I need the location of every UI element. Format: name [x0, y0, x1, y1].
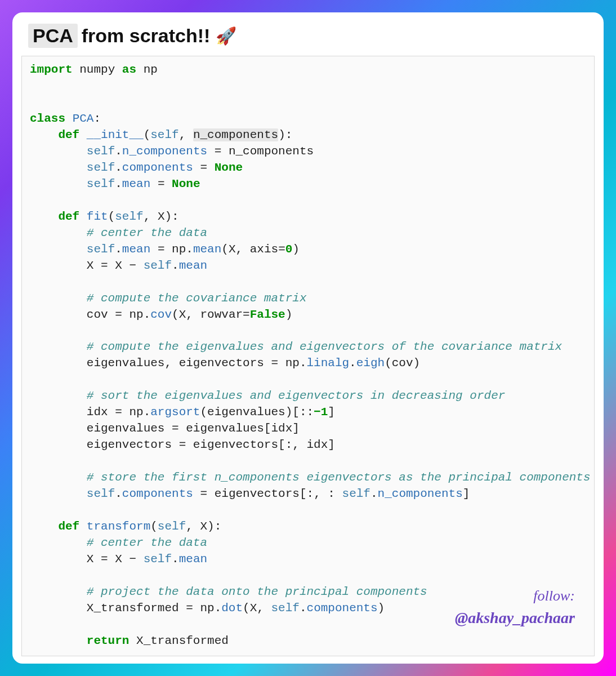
code-block: import numpy as np class PCA: def __init…: [21, 56, 595, 656]
title-highlight: PCA: [28, 24, 78, 48]
card: PCA from scratch!! 🚀 import numpy as np …: [12, 12, 604, 664]
rocket-icon: 🚀: [216, 26, 236, 46]
author-handle[interactable]: @akshay_pachaar: [455, 607, 575, 629]
follow-callout: follow: @akshay_pachaar: [455, 586, 575, 629]
header: PCA from scratch!! 🚀: [12, 12, 604, 56]
code-content: import numpy as np class PCA: def __init…: [30, 62, 586, 650]
follow-label: follow:: [455, 586, 575, 606]
page-title: PCA from scratch!! 🚀: [28, 24, 588, 48]
title-rest: from scratch!!: [82, 25, 211, 47]
